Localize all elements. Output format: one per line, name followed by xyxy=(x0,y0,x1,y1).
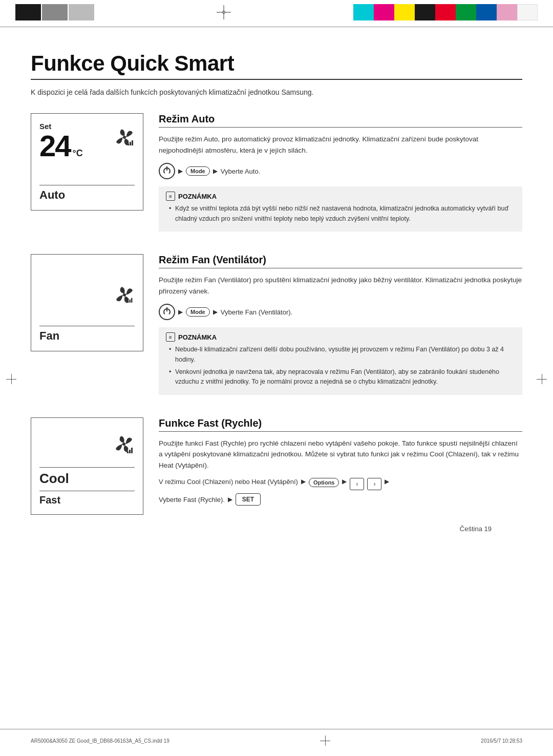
auto-step-text: Vyberte Auto. xyxy=(221,167,261,175)
auto-step-line: ▶ Mode ▶ Vyberte Auto. xyxy=(159,163,522,179)
auto-note-title: ≡ POZNÁMKA xyxy=(166,192,515,201)
fan-note-list: Nebude-li klimatizační zařízení delší do… xyxy=(166,345,515,387)
footer-crosshair-center xyxy=(320,736,330,746)
fan-note-item-1: Nebude-li klimatizační zařízení delší do… xyxy=(168,345,515,365)
fast-step2-label: Vyberte Fast (Rychle). xyxy=(159,496,225,503)
footer-crosshair-icon xyxy=(320,736,330,746)
fast-section: Cool Fast Funkce Fast (Rychle) Použijte … xyxy=(31,417,522,515)
svg-point-8 xyxy=(122,443,125,446)
bottom-margin-line xyxy=(0,729,553,729)
fast-step1: V režimu Cool (Chlazení) nebo Heat (Vytá… xyxy=(159,478,522,490)
fan-device-box: Fan xyxy=(31,254,143,351)
swatch-blue xyxy=(476,4,497,20)
swatch-yellow xyxy=(394,4,415,20)
bottom-left-mark xyxy=(9,729,14,729)
fan-step-text: Vyberte Fan (Ventilátor). xyxy=(221,308,292,316)
swatch-cyan xyxy=(353,4,374,20)
svg-rect-10 xyxy=(129,450,131,453)
footer: AR5000&A3050 ZE Good_IB_DB68-06163A_A5_C… xyxy=(31,736,522,746)
set-button[interactable]: SET xyxy=(236,493,261,506)
swatch-gray xyxy=(42,4,68,20)
fan-note-box: ≡ POZNÁMKA Nebude-li klimatizační zaříze… xyxy=(159,327,522,395)
svg-point-4 xyxy=(123,293,126,297)
fan-icon-auto xyxy=(114,127,135,148)
fan-note-title: ≡ POZNÁMKA xyxy=(166,332,515,342)
auto-mode-label-line: Auto xyxy=(39,185,135,202)
auto-section-title: Režim Auto xyxy=(159,113,522,125)
mode-button-fan: Mode xyxy=(186,307,210,317)
fast-step1-label: V režimu Cool (Chlazení) nebo Heat (Vytá… xyxy=(159,478,298,486)
swatch-pink xyxy=(497,4,517,20)
page-number: Čeština 19 xyxy=(460,525,492,533)
left-swatches xyxy=(15,4,94,20)
top-left-mark xyxy=(9,27,14,27)
auto-info-col: Režim Auto Použijte režim Auto, pro auto… xyxy=(159,113,522,239)
cool-mode-label-line: Cool xyxy=(39,467,135,487)
page-title: Funkce Quick Smart xyxy=(31,51,522,76)
fast-section-text: Použijte funkci Fast (Rychle) pro rychlé… xyxy=(159,438,522,471)
options-button: Options xyxy=(309,478,339,487)
auto-note-item-1: Když se vnitřní teplota zdá být vyšší ne… xyxy=(168,204,515,224)
auto-note-list: Když se vnitřní teplota zdá být vyšší ne… xyxy=(166,204,515,224)
cool-mode-label: Cool xyxy=(39,468,69,486)
bottom-right-mark xyxy=(539,729,544,729)
auto-mode-label: Auto xyxy=(39,188,65,201)
set-label-auto: Set 24 °C xyxy=(39,122,83,161)
fast-divider xyxy=(159,431,522,432)
power-button-icon-fan xyxy=(159,304,175,320)
auto-device-box: Set 24 °C xyxy=(31,113,143,211)
svg-rect-9 xyxy=(127,451,129,453)
header-center-crosshair xyxy=(94,4,353,19)
fan-mode-label: Fan xyxy=(39,329,59,342)
header-bar xyxy=(0,0,553,27)
fan-mode-label-line: Fan xyxy=(39,326,135,343)
note-icon-fan: ≡ xyxy=(166,332,175,342)
svg-rect-6 xyxy=(130,300,131,303)
svg-rect-3 xyxy=(132,140,133,145)
fan-step-line: ▶ Mode ▶ Vyberte Fan (Ventilátor). xyxy=(159,304,522,320)
left-crosshair xyxy=(6,374,16,384)
right-crosshair xyxy=(537,374,547,384)
top-margin-line xyxy=(0,27,553,27)
fan-device-col: Fan xyxy=(31,254,143,402)
auto-divider xyxy=(159,127,522,128)
right-swatches xyxy=(353,4,538,20)
fan-section-title: Režim Fan (Ventilátor) xyxy=(159,254,522,266)
svg-rect-2 xyxy=(130,142,131,145)
fan-divider xyxy=(159,268,522,268)
footer-left-text: AR5000&A3050 ZE Good_IB_DB68-06163A_A5_C… xyxy=(31,738,169,744)
temp-display: 24 xyxy=(39,131,71,161)
left-arrow-btn[interactable]: ‹ xyxy=(350,478,364,490)
svg-rect-11 xyxy=(131,448,133,453)
fan-note-item-2: Venkovní jednotka je navržena tak, aby n… xyxy=(168,367,515,387)
swatch-green xyxy=(456,4,476,20)
auto-note-box: ≡ POZNÁMKA Když se vnitřní teplota zdá b… xyxy=(159,186,522,232)
crosshair-icon xyxy=(217,5,231,19)
auto-section-text: Použijte režim Auto, pro automatický pro… xyxy=(159,134,522,156)
mode-button-auto: Mode xyxy=(186,166,210,176)
main-content: Funkce Quick Smart K dispozici je celá ř… xyxy=(0,27,553,563)
celsius-sym: °C xyxy=(73,148,83,159)
svg-rect-7 xyxy=(131,298,133,303)
swatch-lightgray xyxy=(69,4,94,20)
auto-device-col: Set 24 °C xyxy=(31,113,143,239)
fan-icon-fast xyxy=(113,433,135,455)
swatch-white xyxy=(517,4,538,20)
fast-device-box: Cool Fast xyxy=(31,417,143,515)
footer-right-text: 2016/5/7 10:28:53 xyxy=(481,738,522,744)
fast-device-col: Cool Fast xyxy=(31,417,143,515)
note-icon-auto: ≡ xyxy=(166,192,175,201)
fast-section-title: Funkce Fast (Rychle) xyxy=(159,417,522,429)
fast-step2: Vyberte Fast (Rychle). ▶ SET xyxy=(159,493,522,506)
fan-icon-fan xyxy=(114,285,135,305)
fast-mode-label: Fast xyxy=(39,494,60,506)
swatch-black2 xyxy=(415,4,435,20)
fan-section-text: Použijte režim Fan (Ventilátor) pro spuš… xyxy=(159,275,522,297)
auto-section: Set 24 °C xyxy=(31,113,522,239)
fan-section: Fan Režim Fan (Ventilátor) Použijte reži… xyxy=(31,254,522,402)
right-arrow-btn[interactable]: › xyxy=(367,478,381,490)
svg-rect-5 xyxy=(127,301,129,303)
swatch-dark xyxy=(15,4,41,20)
svg-rect-1 xyxy=(127,143,129,145)
fan-info-col: Režim Fan (Ventilátor) Použijte režim Fa… xyxy=(159,254,522,402)
